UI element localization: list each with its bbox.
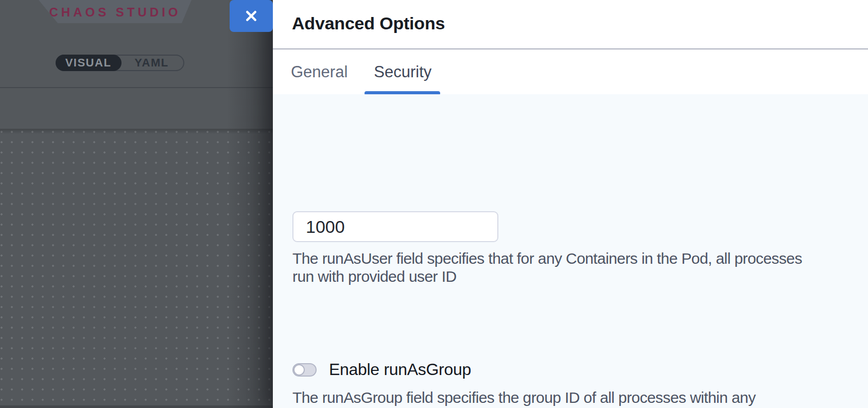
canvas-top-shadow: [0, 129, 273, 134]
segment-visual[interactable]: VISUAL: [57, 56, 120, 70]
segment-yaml-label: YAML: [134, 56, 168, 70]
run-as-group-row: Enable runAsGroup: [292, 360, 471, 379]
tab-security-label: Security: [374, 63, 431, 81]
run-as-group-label: Enable runAsGroup: [329, 360, 471, 379]
segment-visual-label: VISUAL: [65, 56, 112, 70]
window-bottom-edge: [0, 405, 273, 408]
toggle-knob: [293, 364, 305, 376]
toolbar-divider: [0, 87, 273, 88]
close-panel-button[interactable]: [230, 0, 273, 32]
dotted-canvas[interactable]: [0, 129, 273, 408]
tab-general-label: General: [291, 63, 348, 81]
app-screen: CHAOS STUDIO VISUAL YAML Advanced Option…: [0, 0, 868, 408]
panel-title: Advanced Options: [292, 13, 445, 33]
run-as-group-toggle[interactable]: [292, 363, 317, 377]
panel-tabs: General Security: [291, 49, 431, 95]
chaos-studio-banner: CHAOS STUDIO: [39, 0, 192, 23]
close-icon: [243, 8, 259, 24]
tab-general[interactable]: General: [291, 49, 348, 95]
advanced-options-panel: Advanced Options General Security Enable…: [273, 0, 868, 408]
security-tab-content: Enable runAsUser The runAsUser field spe…: [273, 94, 868, 408]
brand-title: CHAOS STUDIO: [49, 4, 181, 20]
run-as-user-input[interactable]: [292, 211, 498, 242]
run-as-group-description: The runAsGroup field specifies the group…: [292, 388, 854, 408]
run-as-user-description: The runAsUser field specifies that for a…: [292, 249, 854, 285]
tab-security[interactable]: Security: [374, 49, 431, 95]
dimmed-background-app: CHAOS STUDIO VISUAL YAML: [0, 0, 273, 408]
visual-yaml-toggle[interactable]: VISUAL YAML: [56, 55, 184, 71]
segment-yaml[interactable]: YAML: [120, 56, 183, 70]
